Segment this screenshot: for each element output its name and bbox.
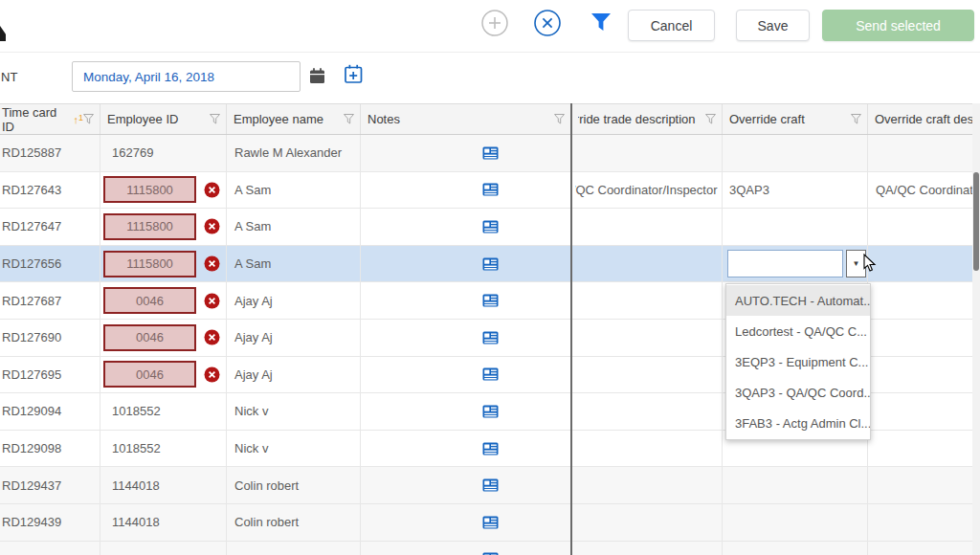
table-row[interactable]: RD125887 162769 Rawle M Alexander xyxy=(0,135,980,172)
filter-icon[interactable] xyxy=(210,114,220,124)
override-craft-description-cell[interactable] xyxy=(868,393,980,430)
override-craft-cell[interactable]: ▼ xyxy=(723,246,868,282)
employee-id-cell[interactable]: 0046 xyxy=(100,282,227,319)
dropdown-arrow-button[interactable]: ▼ xyxy=(846,250,866,278)
override-trade-description-cell[interactable]: QA/QC Coordinator/Inspector xyxy=(571,172,723,209)
column-header-notes[interactable]: Notes xyxy=(361,104,571,134)
override-craft-description-cell[interactable] xyxy=(868,282,980,319)
employee-id-cell[interactable]: 1144018 xyxy=(100,504,227,541)
override-craft-cell[interactable]: 3QAP3 ▼ xyxy=(723,172,868,209)
cut-off-icon xyxy=(0,26,6,41)
employee-id-cell[interactable]: 1144018 xyxy=(100,542,227,555)
override-trade-description-cell[interactable] xyxy=(571,542,723,555)
notes-icon[interactable] xyxy=(482,294,499,307)
deselect-button[interactable] xyxy=(534,10,561,36)
column-header-override-craft-description[interactable]: Override craft description xyxy=(868,104,980,134)
override-craft-description-cell[interactable] xyxy=(868,246,980,282)
save-button[interactable]: Save xyxy=(736,10,810,41)
vertical-scrollbar[interactable] xyxy=(972,103,980,555)
column-header-override-craft[interactable]: Override craft xyxy=(723,104,868,134)
table-row[interactable]: RD127643 1115800 A Sam xyxy=(0,172,980,210)
calendar-icon[interactable] xyxy=(307,66,327,90)
override-trade-description-cell[interactable] xyxy=(571,431,723,467)
scrollbar-thumb[interactable] xyxy=(973,172,979,271)
dropdown-option[interactable]: AUTO.TECH - Automat... xyxy=(726,285,870,316)
override-trade-description-cell[interactable] xyxy=(571,320,723,356)
override-craft-description-cell[interactable] xyxy=(868,135,980,171)
column-header-employee-name[interactable]: Employee name xyxy=(227,104,361,134)
employee-id-cell[interactable]: 0046 xyxy=(100,320,227,356)
override-craft-description-cell[interactable] xyxy=(868,320,980,356)
override-craft-combobox[interactable]: ▼ xyxy=(727,250,866,278)
override-craft-description-cell[interactable] xyxy=(868,467,980,503)
dropdown-option[interactable]: 3EQP3 - Equipment C... xyxy=(726,346,870,377)
override-craft-input[interactable] xyxy=(727,250,843,278)
notes-icon[interactable] xyxy=(482,516,499,529)
table-row[interactable]: RD129440 1144018 Colin robert xyxy=(0,542,980,555)
override-trade-description-cell[interactable] xyxy=(571,209,723,245)
employee-id-cell[interactable]: 1018552 xyxy=(100,431,227,467)
notes-icon[interactable] xyxy=(482,183,499,196)
notes-icon[interactable] xyxy=(482,367,499,381)
date-picker[interactable] xyxy=(72,61,301,92)
dropdown-option[interactable]: 3FAB3 - Actg Admin Cl... xyxy=(726,408,870,438)
employee-id-cell[interactable]: 0046 xyxy=(100,357,227,393)
override-craft-cell[interactable]: ▼ xyxy=(723,542,868,555)
table-row[interactable]: RD129437 1144018 Colin robert xyxy=(0,467,980,504)
column-label: Time card ID xyxy=(2,105,69,134)
override-craft-cell[interactable]: ▼ xyxy=(723,504,868,541)
send-selected-button[interactable]: Send selected xyxy=(822,10,974,41)
notes-icon[interactable] xyxy=(482,257,499,271)
override-trade-description-cell[interactable] xyxy=(571,357,723,393)
column-header-time-card-id[interactable]: Time card ID ↑1 xyxy=(0,104,100,134)
notes-icon[interactable] xyxy=(482,146,499,160)
cancel-button[interactable]: Cancel xyxy=(628,10,715,41)
override-craft-cell[interactable]: ▼ xyxy=(723,467,868,503)
override-craft-description-cell[interactable] xyxy=(868,209,980,245)
override-trade-description-cell[interactable] xyxy=(571,282,723,319)
notes-icon[interactable] xyxy=(482,405,499,418)
filter-button[interactable] xyxy=(590,13,612,32)
override-craft-description-cell[interactable] xyxy=(868,431,980,467)
employee-id-cell[interactable]: 1018552 xyxy=(100,393,227,430)
employee-id-value: 0046 xyxy=(103,287,196,314)
notes-icon[interactable] xyxy=(482,331,499,344)
override-trade-description-cell[interactable] xyxy=(571,393,723,430)
override-craft-description-cell[interactable]: QA/QC Coordinator/Inspector xyxy=(868,172,980,209)
table-row[interactable]: RD127647 1115800 A Sam xyxy=(0,209,980,246)
employee-name-cell: A Sam xyxy=(227,209,361,245)
override-trade-description-cell[interactable] xyxy=(571,504,723,541)
employee-id-cell[interactable]: 1115800 xyxy=(100,172,227,209)
notes-icon[interactable] xyxy=(482,220,499,233)
notes-icon[interactable] xyxy=(482,442,499,455)
filter-icon[interactable] xyxy=(705,114,716,124)
column-label: Employee name xyxy=(234,112,323,126)
add-button[interactable] xyxy=(481,10,508,36)
override-trade-description-cell[interactable] xyxy=(571,246,723,282)
calendar-add-icon[interactable] xyxy=(343,63,365,89)
override-craft-description-cell[interactable] xyxy=(868,542,980,555)
override-craft-description-cell[interactable] xyxy=(868,504,980,541)
employee-id-cell[interactable]: 162769 xyxy=(100,135,227,171)
notes-icon[interactable] xyxy=(482,478,499,492)
column-header-override-trade-description[interactable]: Override trade description xyxy=(571,104,723,134)
dropdown-option[interactable]: Ledcortest - QA/QC C... xyxy=(726,316,870,346)
override-trade-description-cell[interactable] xyxy=(571,135,723,171)
table-row[interactable]: RD129439 1144018 Colin robert xyxy=(0,504,980,542)
column-header-employee-id[interactable]: Employee ID xyxy=(100,104,227,134)
override-craft-cell[interactable]: ▼ xyxy=(723,135,868,171)
filter-icon[interactable] xyxy=(851,114,861,124)
employee-id-cell[interactable]: 1115800 xyxy=(100,246,227,282)
override-trade-description-cell[interactable] xyxy=(571,467,723,503)
filter-icon[interactable] xyxy=(83,114,94,124)
date-input[interactable] xyxy=(83,70,300,84)
employee-id-cell[interactable]: 1115800 xyxy=(100,209,227,245)
override-craft-description-cell[interactable] xyxy=(868,357,980,393)
employee-id-cell[interactable]: 1144018 xyxy=(100,467,227,503)
filter-icon[interactable] xyxy=(344,114,354,124)
employee-name-value: Ajay Aj xyxy=(234,367,273,382)
dropdown-option[interactable]: 3QAP3 - QA/QC Coord... xyxy=(726,377,870,408)
override-craft-cell[interactable]: ▼ xyxy=(723,209,868,245)
filter-icon[interactable] xyxy=(554,114,565,124)
table-row[interactable]: RD127656 1115800 A Sam xyxy=(0,246,980,283)
